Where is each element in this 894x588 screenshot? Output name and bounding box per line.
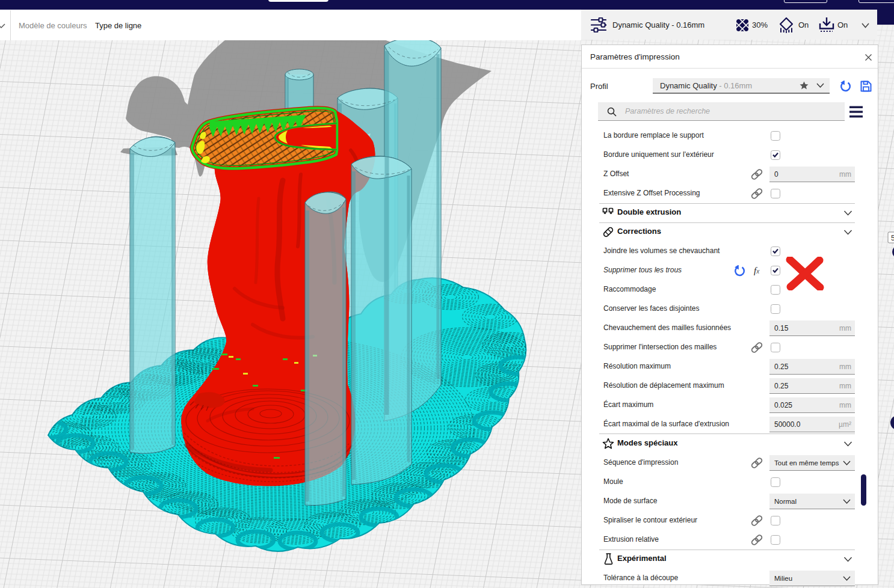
svg-text:5: 5	[891, 234, 894, 242]
